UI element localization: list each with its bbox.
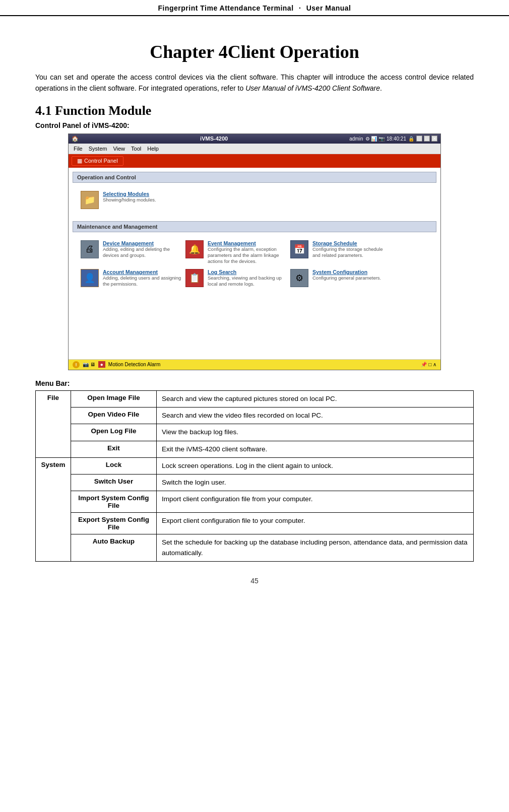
menu-system[interactable]: System [86,145,110,153]
ivms-user: admin [349,136,363,142]
module-event-text: Event Management Configuring the alarm, … [208,240,286,265]
action-export-config: Export System Config File [71,513,157,534]
ivms-titlebar-left: 🏠 [72,136,79,142]
desc-open-image: Search and view the captured pictures st… [157,390,474,407]
module-storage-title: Storage Schedule [312,240,391,246]
alarm-icon: ! [73,361,80,368]
table-row: Auto Backup Set the schedule for backing… [36,534,474,562]
module-storage: 📅 Storage Schedule Configuring the stora… [290,240,391,265]
module-sysconfig-text: System Configuration Configuring general… [312,269,381,281]
module-log: 📋 Log Search Searching, viewing and back… [185,269,286,288]
module-selecting-title: Selecting Modules [103,191,156,197]
chapter-name: Client Operation [228,42,359,62]
intro-paragraph: You can set and operate the access contr… [35,72,474,94]
action-import-config: Import System Config File [71,491,157,513]
module-device-title: Device Management [103,240,181,246]
section-name: Function Module [55,103,151,118]
ivms-screenshot: 🏠 iVMS-4200 admin ⚙ 📊 📷 18:40:21 🔒 _ □ ✕… [68,133,441,370]
window-controls: _ □ ✕ [416,136,437,142]
ivms-titlebar-right: admin ⚙ 📊 📷 18:40:21 🔒 _ □ ✕ [349,136,437,142]
ivms-lock-icon: 🔒 [408,136,414,142]
ivms-menubar: File System View Tool Help [69,144,440,154]
module-selecting: 📁 Selecting Modules Showing/hiding modul… [81,191,181,209]
desc-import-config: Import client configuration file from yo… [157,491,474,513]
action-lock: Lock [71,457,157,474]
category-system: System [36,457,71,561]
ivms-main: Operation and Control 📁 Selecting Module… [69,168,440,359]
table-row: Exit Exit the iVMS-4200 client software. [36,441,474,457]
module-account-title: Account Management [103,269,181,275]
maximize-btn[interactable]: □ [424,136,430,142]
module-storage-icon: 📅 [290,240,308,258]
intro-italic: User Manual of iVMS-4200 Client Software [245,84,380,92]
control-panel-btn[interactable]: ▦ Control Panel [72,156,123,166]
module-selecting-text: Selecting Modules Showing/hiding modules… [103,191,156,203]
module-event-icon: 🔔 [185,240,204,258]
module-sysconfig-icon: ⚙ [290,269,308,287]
minimize-btn[interactable]: _ [416,136,422,142]
module-storage-text: Storage Schedule Configuring the storage… [312,240,391,259]
statusbar-text: Motion Detection Alarm [108,362,160,367]
table-row: Switch User Switch the login user. [36,475,474,491]
desc-export-config: Export client configuration file to your… [157,513,474,534]
desc-lock: Lock screen operations. Log in the clien… [157,457,474,474]
action-switch-user: Switch User [71,475,157,491]
action-open-video: Open Video File [71,408,157,424]
header-title: Fingerprint Time Attendance Terminal [158,4,294,12]
chapter-title: Chapter 4Client Operation [35,41,474,62]
close-btn[interactable]: ✕ [431,136,437,142]
module-log-text: Log Search Searching, viewing and backin… [208,269,286,288]
ivms-icons: ⚙ 📊 📷 [365,136,385,142]
chapter-number: Chapter 4 [150,42,227,62]
module-event: 🔔 Event Management Configuring the alarm… [185,240,286,265]
desc-exit: Exit the iVMS-4200 client software. [157,441,474,457]
module-device: 🖨 Device Management Adding, editing and … [81,240,181,265]
category-file: File [36,390,71,457]
menu-bar-label: Menu Bar: [35,379,474,387]
statusbar-right-icons: 📌 □ ∧ [421,362,436,367]
module-account-icon: 👤 [81,269,99,287]
module-log-desc: Searching, viewing and backing up local … [208,275,286,288]
page-footer: 45 [35,577,474,585]
module-selecting-desc: Showing/hiding modules. [103,197,156,203]
control-panel-label: Control Panel of iVMS-4200: [35,121,474,129]
alarm-label-dot: ● [98,361,105,368]
ivms-titlebar: 🏠 iVMS-4200 admin ⚙ 📊 📷 18:40:21 🔒 _ □ ✕ [69,134,440,144]
ivms-app-icon: 🏠 [72,136,79,142]
desc-open-video: Search and view the video files recorded… [157,408,474,424]
table-row: Export System Config File Export client … [36,513,474,534]
section-number: 4.1 [35,103,55,118]
header-separator: · [299,4,301,12]
module-log-title: Log Search [208,269,286,275]
page-number: 45 [250,577,259,585]
module-event-desc: Configuring the alarm, exception paramet… [208,246,286,265]
desc-auto-backup: Set the schedule for backing up the data… [157,534,474,562]
module-account: 👤 Account Management Adding, deleting us… [81,269,181,288]
action-open-log: Open Log File [71,424,157,441]
action-auto-backup: Auto Backup [71,534,157,562]
ivms-titlebar-center: iVMS-4200 [200,136,228,142]
ivms-statusbar: ! 📷 🖥 ● Motion Detection Alarm 📌 □ ∧ [69,359,440,370]
module-device-text: Device Management Adding, editing and de… [103,240,181,259]
table-row: Import System Config File Import client … [36,491,474,513]
module-sysconfig-title: System Configuration [312,269,381,275]
page-header: Fingerprint Time Attendance Terminal · U… [0,0,509,16]
menu-file[interactable]: File [71,145,86,153]
ivms-operation-modules: 📁 Selecting Modules Showing/hiding modul… [73,187,436,213]
menu-tool[interactable]: Tool [128,145,144,153]
ivms-section-maintenance: Maintenance and Management [73,221,436,232]
header-subtitle: User Manual [306,4,351,12]
action-exit: Exit [71,441,157,457]
desc-open-log: View the backup log files. [157,424,474,441]
control-panel-btn-label: Control Panel [84,158,118,164]
module-account-text: Account Management Adding, deleting user… [103,269,181,288]
module-log-icon: 📋 [185,269,204,287]
action-open-image: Open Image File [71,390,157,407]
module-device-icon: 🖨 [81,240,99,258]
ivms-section-operation: Operation and Control [73,172,436,183]
ivms-maintenance-modules: 🖨 Device Management Adding, editing and … [73,236,436,292]
menu-help[interactable]: Help [144,145,162,153]
menu-view[interactable]: View [110,145,128,153]
alarm-icons-extra: 📷 🖥 [83,362,95,367]
table-row: System Lock Lock screen operations. Log … [36,457,474,474]
